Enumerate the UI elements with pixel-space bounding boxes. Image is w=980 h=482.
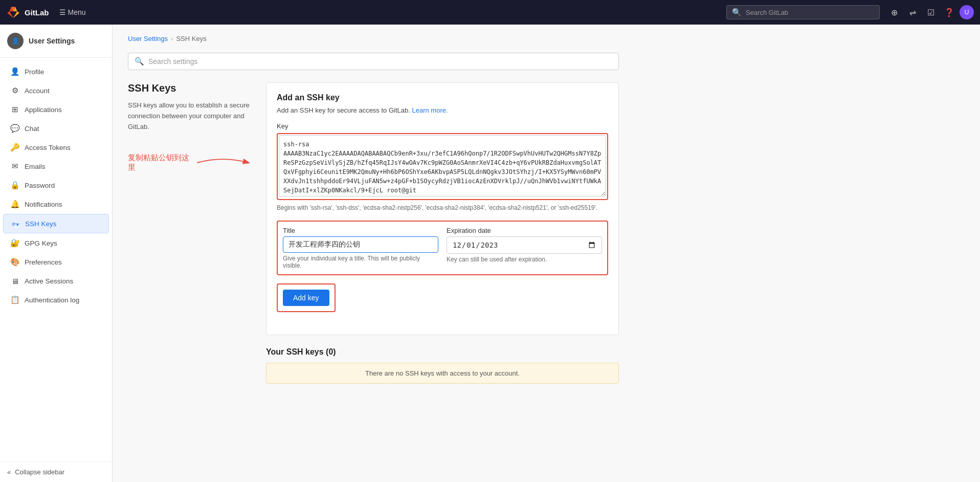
collapse-icon: « bbox=[7, 468, 11, 476]
plus-icon: ⊕ bbox=[891, 8, 898, 17]
help-icon: ❓ bbox=[944, 8, 954, 17]
title-input[interactable] bbox=[283, 236, 438, 253]
create-new-button[interactable]: ⊕ bbox=[886, 4, 902, 20]
title-label: Title bbox=[283, 227, 438, 234]
expiration-input[interactable] bbox=[447, 236, 602, 254]
sidebar-item-password[interactable]: 🔒 Password bbox=[3, 176, 109, 194]
title-expiration-row: Title Give your individual key a title. … bbox=[277, 221, 608, 275]
gpg-key-icon: 🔐 bbox=[10, 238, 19, 248]
breadcrumb-current: SSH Keys bbox=[176, 35, 206, 42]
annotation-text: 复制粘贴公钥到这里 bbox=[128, 153, 191, 172]
collapse-label: Collapse sidebar bbox=[15, 468, 64, 476]
sidebar-item-preferences[interactable]: 🎨 Preferences bbox=[3, 253, 109, 271]
key-textarea[interactable]: ssh-rsa AAAAB3NzaC1yc2EAAAADAQABAABAQCb9… bbox=[279, 135, 606, 196]
main-content: SSH Keys SSH keys allow you to establish… bbox=[128, 82, 619, 384]
active-sessions-icon: 🖥 bbox=[10, 276, 19, 286]
hamburger-icon: ☰ bbox=[59, 8, 66, 16]
sidebar-item-label: Profile bbox=[25, 68, 44, 76]
add-key-description: Add an SSH key for secure access to GitL… bbox=[277, 106, 608, 114]
sidebar-item-emails[interactable]: ✉ Emails bbox=[3, 157, 109, 176]
sidebar: 👤 User Settings 👤 Profile ⚙ Account ⊞ Ap… bbox=[0, 25, 113, 482]
expiration-label: Expiration date bbox=[447, 227, 602, 234]
top-navigation: GitLab ☰ Menu 🔍 ⊕ ⇌ ☑ ❓ U bbox=[0, 0, 980, 25]
sidebar-navigation: 👤 Profile ⚙ Account ⊞ Applications 💬 Cha… bbox=[0, 58, 112, 462]
sidebar-item-label: Authentication log bbox=[25, 296, 79, 304]
help-button[interactable]: ❓ bbox=[941, 4, 957, 20]
search-input[interactable] bbox=[746, 9, 874, 16]
breadcrumb-separator: › bbox=[171, 35, 173, 42]
global-search[interactable]: 🔍 bbox=[726, 5, 880, 19]
sidebar-item-label: Emails bbox=[25, 163, 46, 170]
sidebar-item-label: SSH Keys bbox=[25, 220, 57, 228]
issues-button[interactable]: ☑ bbox=[923, 4, 939, 20]
applications-icon: ⊞ bbox=[10, 105, 19, 114]
add-key-button[interactable]: Add key bbox=[283, 290, 329, 306]
sidebar-item-label: Applications bbox=[25, 106, 62, 114]
sidebar-user-avatar: 👤 bbox=[7, 33, 24, 49]
email-icon: ✉ bbox=[10, 162, 19, 171]
merge-request-icon: ⇌ bbox=[909, 8, 916, 17]
sidebar-item-profile[interactable]: 👤 Profile bbox=[3, 62, 109, 81]
sidebar-item-account[interactable]: ⚙ Account bbox=[3, 81, 109, 100]
your-keys-title: Your SSH keys (0) bbox=[266, 347, 619, 357]
right-section: Add an SSH key Add an SSH key for secure… bbox=[266, 82, 619, 384]
chat-icon: 💬 bbox=[10, 124, 19, 133]
sidebar-item-applications[interactable]: ⊞ Applications bbox=[3, 100, 109, 119]
add-key-title: Add an SSH key bbox=[277, 93, 608, 102]
annotation-arrow bbox=[195, 152, 251, 173]
sidebar-item-ssh-keys[interactable]: 🗝 SSH Keys bbox=[3, 214, 109, 233]
sidebar-item-auth-log[interactable]: 📋 Authentication log bbox=[3, 291, 109, 309]
sidebar-item-label: Notifications bbox=[25, 201, 62, 208]
content-area: User Settings › SSH Keys 🔍 SSH Keys SSH … bbox=[113, 25, 980, 482]
sidebar-item-label: Chat bbox=[25, 125, 39, 133]
merge-requests-button[interactable]: ⇌ bbox=[904, 4, 921, 20]
gitlab-wordmark: GitLab bbox=[25, 8, 49, 17]
sidebar-item-access-tokens[interactable]: 🔑 Access Tokens bbox=[3, 138, 109, 157]
sidebar-item-label: Active Sessions bbox=[25, 277, 73, 285]
expiration-field: Expiration date Key can still be used af… bbox=[447, 227, 602, 269]
user-avatar[interactable]: U bbox=[960, 5, 974, 19]
search-icon: 🔍 bbox=[732, 8, 742, 17]
auth-log-icon: 📋 bbox=[10, 295, 19, 304]
search-bar[interactable]: 🔍 bbox=[128, 53, 619, 70]
sidebar-item-gpg-keys[interactable]: 🔐 GPG Keys bbox=[3, 234, 109, 252]
sidebar-item-active-sessions[interactable]: 🖥 Active Sessions bbox=[3, 272, 109, 290]
preferences-icon: 🎨 bbox=[10, 257, 19, 267]
account-icon: ⚙ bbox=[10, 86, 19, 95]
notification-icon: 🔔 bbox=[10, 200, 19, 209]
ssh-key-icon: 🗝 bbox=[11, 219, 20, 228]
breadcrumb: User Settings › SSH Keys bbox=[128, 35, 965, 42]
search-icon: 🔍 bbox=[135, 57, 144, 66]
expiration-hint: Key can still be used after expiration. bbox=[447, 256, 602, 263]
page-title: SSH Keys bbox=[128, 82, 251, 94]
profile-icon: 👤 bbox=[10, 67, 19, 76]
settings-search: 🔍 bbox=[128, 53, 965, 70]
gitlab-logo[interactable]: GitLab bbox=[6, 5, 49, 19]
no-keys-banner: There are no SSH keys with access to you… bbox=[266, 363, 619, 384]
main-layout: 👤 User Settings 👤 Profile ⚙ Account ⊞ Ap… bbox=[0, 25, 980, 482]
sidebar-item-label: Preferences bbox=[25, 258, 62, 266]
annotation-area: 复制粘贴公钥到这里 bbox=[128, 152, 251, 173]
title-field: Title Give your individual key a title. … bbox=[283, 227, 438, 269]
sidebar-header: 👤 User Settings bbox=[0, 25, 112, 58]
learn-more-link[interactable]: Learn more. bbox=[412, 106, 448, 114]
key-textarea-wrapper: ssh-rsa AAAAB3NzaC1yc2EAAAADAQABAABAQCb9… bbox=[277, 133, 608, 200]
page-description: SSH keys allow you to establish a secure… bbox=[128, 100, 251, 132]
key-label: Key bbox=[277, 122, 608, 130]
sidebar-item-label: Account bbox=[25, 87, 50, 95]
key-hint: Begins with 'ssh-rsa', 'ssh-dss', 'ecdsa… bbox=[277, 203, 608, 212]
menu-button[interactable]: ☰ Menu bbox=[55, 6, 90, 18]
menu-label: Menu bbox=[68, 8, 86, 16]
topnav-icon-group: ⊕ ⇌ ☑ ❓ U bbox=[886, 4, 974, 20]
collapse-sidebar-button[interactable]: « Collapse sidebar bbox=[0, 462, 112, 482]
title-hint: Give your individual key a title. This w… bbox=[283, 255, 438, 269]
password-icon: 🔒 bbox=[10, 181, 19, 190]
sidebar-item-notifications[interactable]: 🔔 Notifications bbox=[3, 195, 109, 213]
sidebar-title: User Settings bbox=[29, 37, 75, 45]
sidebar-item-label: Password bbox=[25, 182, 55, 189]
add-ssh-key-section: Add an SSH key Add an SSH key for secure… bbox=[266, 82, 619, 335]
your-ssh-keys-section: Your SSH keys (0) There are no SSH keys … bbox=[266, 347, 619, 384]
sidebar-item-chat[interactable]: 💬 Chat bbox=[3, 119, 109, 138]
breadcrumb-parent[interactable]: User Settings bbox=[128, 35, 168, 42]
settings-search-input[interactable] bbox=[148, 57, 612, 65]
